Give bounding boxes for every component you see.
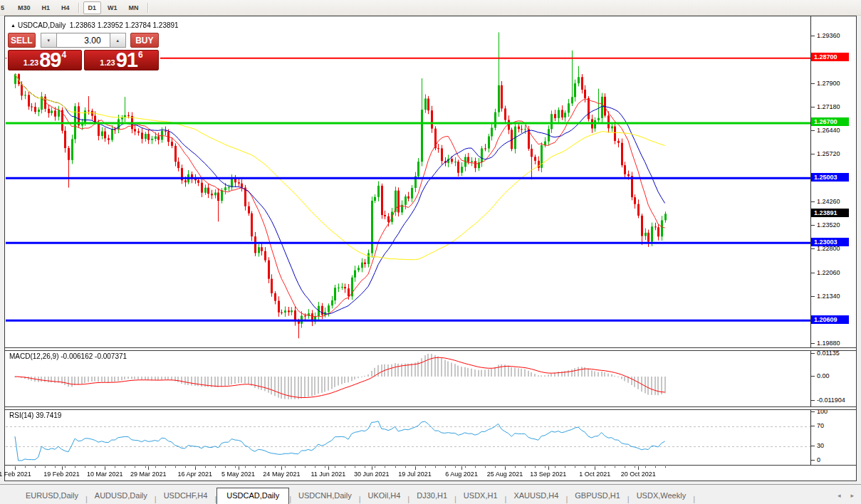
macd-axis-label: -0.011904 <box>811 397 845 404</box>
volume-increase-icon[interactable]: ▲ <box>110 33 126 48</box>
pane-border <box>5 465 856 466</box>
chart-tab-USDX-Weekly[interactable]: USDX,Weekly <box>630 488 693 503</box>
chart-tab-USDCHF-H4[interactable]: USDCHF,H4 <box>157 488 215 503</box>
timeframe-button-D1[interactable]: D1 <box>83 1 102 14</box>
level-price-label: 1.26700 <box>811 117 849 126</box>
price-tick-label: 1.29360 <box>811 32 840 39</box>
date-label: 19 Jul 2021 <box>398 471 432 478</box>
time-axis[interactable]: 1 Feb 202119 Feb 202110 Mar 202129 Mar 2… <box>5 470 856 481</box>
timeframe-toolbar: 5M30H1H4D1W1MN <box>0 0 861 16</box>
date-label: 6 Aug 2021 <box>445 471 478 478</box>
tab-scroll-right-icon[interactable]: ▸ <box>850 492 854 499</box>
price-tick-label: 1.25720 <box>811 150 840 157</box>
chart-window: ▲USDCAD,Daily 1.23863 1.23952 1.23784 1.… <box>4 16 857 481</box>
rsi-axis-label: 30 <box>811 442 824 449</box>
sell-button[interactable]: SELL <box>8 33 36 48</box>
chart-tab-USDCAD-Daily[interactable]: USDCAD,Daily <box>216 488 289 504</box>
chart-symbol: USDCAD,Daily <box>18 21 66 29</box>
price-axis[interactable]: 1.293601.286401.279001.271801.264401.257… <box>810 16 856 466</box>
timeframe-button-H4[interactable]: H4 <box>56 1 75 14</box>
timeframe-button-H1[interactable]: H1 <box>37 1 56 14</box>
date-label: 19 Feb 2021 <box>43 471 80 478</box>
level-price-label: 1.20609 <box>811 315 849 324</box>
bid-price-prefix: 1.23 <box>24 58 38 67</box>
ask-price-pip: 6 <box>138 50 143 60</box>
chart-tab-EURUSD-Daily[interactable]: EURUSD,Daily <box>19 488 85 503</box>
date-label: 16 Apr 2021 <box>177 471 212 478</box>
chart-title: ▲USDCAD,Daily 1.23863 1.23952 1.23784 1.… <box>11 21 179 29</box>
ask-price-prefix: 1.23 <box>100 58 115 67</box>
price-tick-label: 1.21340 <box>811 293 840 300</box>
date-label: 30 Jun 2021 <box>354 471 390 478</box>
volume-input[interactable] <box>57 33 110 48</box>
tab-scroll-arrows: ◂▸ <box>837 492 854 503</box>
chart-ohlc-values: 1.23863 1.23952 1.23784 1.23891 <box>70 21 179 29</box>
price-tick-label: 1.19880 <box>811 340 840 347</box>
timeframe-button-5[interactable]: 5 <box>0 1 11 14</box>
price-tick-label: 1.27180 <box>811 103 840 110</box>
pane-splitter[interactable] <box>5 347 856 351</box>
chart-tab-GBPUSD-H1[interactable]: GBPUSD,H1 <box>568 488 627 503</box>
chart-tab-DJ30-H1[interactable]: DJ30,H1 <box>409 488 454 503</box>
macd-axis-label: 0.00 <box>811 372 830 379</box>
current-price-label: 1.23891 <box>811 209 849 217</box>
mt4-terminal: { "toolbar": { "timeframes": [ {"label":… <box>0 0 861 504</box>
bid-price-pip: 4 <box>62 50 67 60</box>
price-tick-label: 1.24260 <box>811 198 840 205</box>
date-label: 24 May 2021 <box>263 471 300 478</box>
date-label: 5 May 2021 <box>221 471 255 478</box>
macd-label: MACD(12,26,9) -0.006162 -0.007371 <box>9 352 127 360</box>
ask-price-box[interactable]: 1.23 91 6 <box>84 50 159 70</box>
price-tick-label: 1.27900 <box>811 80 840 87</box>
level-price-label: 1.28700 <box>811 53 849 61</box>
toolbar-separator <box>147 3 149 13</box>
date-label: 11 Jun 2021 <box>311 471 345 478</box>
rsi-canvas[interactable] <box>6 410 810 466</box>
price-tick-label: 1.26440 <box>811 127 840 134</box>
bid-price-main: 89 <box>39 51 61 69</box>
date-label: 13 Sep 2021 <box>530 471 566 478</box>
date-label: 29 Mar 2021 <box>130 471 167 478</box>
volume-decrease-icon[interactable]: ▼ <box>41 33 57 48</box>
chart-tab-AUDUSD-Daily[interactable]: AUDUSD,Daily <box>88 488 155 503</box>
timeframe-button-MN[interactable]: MN <box>124 1 144 14</box>
date-label: 25 Aug 2021 <box>487 471 523 478</box>
price-tick-label: 1.22060 <box>811 269 840 276</box>
chart-tab-bar: EURUSD,Daily|AUDUSD,Daily|USDCHF,H4|USDC… <box>0 484 861 503</box>
tab-scroll-left-icon[interactable]: ◂ <box>837 492 841 499</box>
chart-tab-XAUUSD-H4[interactable]: XAUUSD,H4 <box>506 488 565 503</box>
collapse-triangle-icon[interactable]: ▲ <box>11 23 16 28</box>
chart-tab-USDCNH-Daily[interactable]: USDCNH,Daily <box>291 488 359 503</box>
rsi-label: RSI(14) 39.7419 <box>9 411 61 419</box>
date-label: 20 Oct 2021 <box>621 471 656 478</box>
chart-tab-UKOil-H4[interactable]: UKOil,H4 <box>361 488 408 503</box>
rsi-axis-label: 70 <box>811 422 824 429</box>
price-tick-label: 1.23520 <box>811 221 840 229</box>
level-price-label: 1.23003 <box>811 238 849 246</box>
rsi-axis-label: 0 <box>811 456 820 463</box>
volume-stepper: ▼ ▲ <box>41 33 126 48</box>
date-label: 1 Oct 2021 <box>579 471 610 478</box>
ask-price-main: 91 <box>116 51 137 69</box>
buy-button[interactable]: BUY <box>130 33 159 48</box>
timeframe-button-M30[interactable]: M30 <box>13 1 36 14</box>
level-price-label: 1.25003 <box>811 173 849 182</box>
tab-separator: | <box>693 495 695 503</box>
timeframe-button-W1[interactable]: W1 <box>103 1 122 14</box>
chart-tab-USDX-H1[interactable]: USDX,H1 <box>456 488 505 503</box>
pane-splitter[interactable] <box>5 406 856 410</box>
date-label: 1 Feb 2021 <box>0 471 31 478</box>
toolbar-separator <box>78 3 80 13</box>
bid-price-box[interactable]: 1.23 89 4 <box>8 50 82 70</box>
one-click-trading-panel: SELL ▼ ▲ BUY 1.23 89 4 1.23 91 6 <box>6 31 160 73</box>
date-label: 10 Mar 2021 <box>87 471 123 478</box>
